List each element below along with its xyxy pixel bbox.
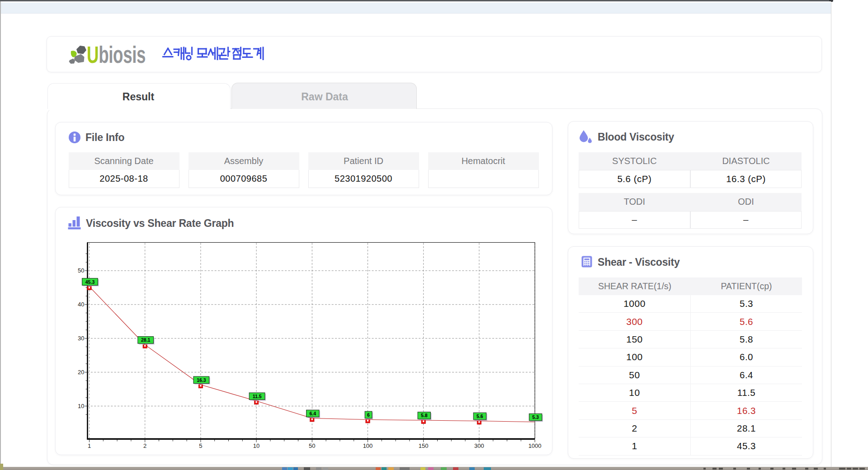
svg-text:16.3: 16.3 xyxy=(197,377,206,383)
svg-text:50: 50 xyxy=(78,267,84,274)
svg-text:40: 40 xyxy=(78,301,84,308)
svg-text:5.3: 5.3 xyxy=(532,414,539,420)
svg-text:100: 100 xyxy=(363,442,373,449)
svg-text:45.3: 45.3 xyxy=(85,279,94,285)
svg-text:300: 300 xyxy=(474,442,484,449)
svg-text:1: 1 xyxy=(87,442,90,449)
svg-text:150: 150 xyxy=(418,442,428,449)
svg-text:20: 20 xyxy=(78,369,84,376)
svg-text:5: 5 xyxy=(199,442,202,449)
svg-text:11.5: 11.5 xyxy=(252,394,261,399)
svg-text:10: 10 xyxy=(78,403,84,409)
svg-text:28.1: 28.1 xyxy=(141,337,150,343)
svg-text:30: 30 xyxy=(78,335,84,342)
svg-text:50: 50 xyxy=(309,442,315,449)
svg-text:10: 10 xyxy=(253,442,259,449)
svg-text:2: 2 xyxy=(143,442,146,449)
svg-text:6.4: 6.4 xyxy=(309,411,316,416)
svg-text:6: 6 xyxy=(367,412,370,418)
svg-text:5.6: 5.6 xyxy=(476,414,483,419)
svg-text:5.8: 5.8 xyxy=(420,413,427,418)
svg-text:1000: 1000 xyxy=(528,442,541,449)
